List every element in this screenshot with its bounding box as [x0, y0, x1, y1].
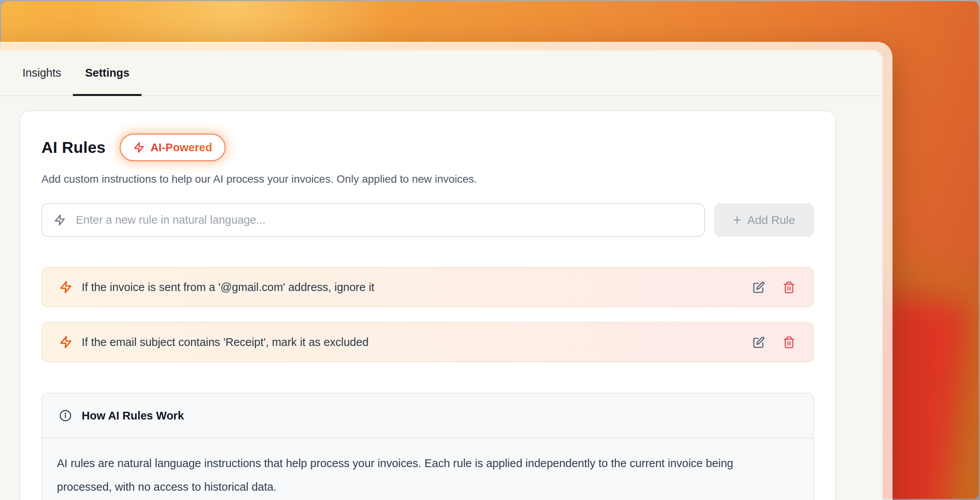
rule-row: If the invoice is sent from a '@gmail.co…	[41, 267, 814, 307]
add-rule-button[interactable]: + Add Rule	[714, 203, 814, 237]
rule-actions	[753, 281, 795, 294]
rule-text: If the invoice is sent from a '@gmail.co…	[82, 281, 744, 294]
ai-rules-card: AI Rules AI-Powered Add custom instructi…	[19, 110, 836, 500]
info-box: How AI Rules Work AI rules are natural l…	[41, 393, 814, 500]
delete-rule-button[interactable]	[783, 336, 795, 349]
info-icon	[59, 409, 72, 422]
settings-page: AI Rules AI-Powered Add custom instructi…	[0, 96, 882, 500]
card-header: AI Rules AI-Powered	[41, 134, 814, 161]
bolt-icon	[133, 142, 145, 153]
info-box-body: AI rules are natural language instructio…	[42, 438, 813, 500]
info-box-text: AI rules are natural language instructio…	[57, 452, 785, 499]
trash-icon	[783, 281, 795, 294]
ai-powered-badge: AI-Powered	[120, 134, 226, 161]
window-content: Insights Settings AI Rules AI-Powe	[0, 50, 882, 500]
edit-rule-button[interactable]	[753, 281, 765, 293]
edit-icon	[753, 281, 765, 293]
app-window: Insights Settings AI Rules AI-Powe	[0, 42, 893, 500]
tab-bar: Insights Settings	[0, 50, 882, 96]
rules-list: If the invoice is sent from a '@gmail.co…	[41, 267, 814, 362]
rule-input-wrapper	[41, 203, 705, 237]
edit-icon	[753, 336, 765, 348]
rule-text: If the email subject contains 'Receipt',…	[82, 336, 744, 349]
rule-row: If the email subject contains 'Receipt',…	[41, 322, 814, 362]
rule-actions	[753, 336, 795, 349]
rule-input-row: + Add Rule	[41, 203, 814, 237]
badge-label: AI-Powered	[151, 141, 212, 154]
page-title: AI Rules	[41, 139, 106, 157]
card-description: Add custom instructions to help our AI p…	[41, 173, 814, 185]
screen: Insights Settings AI Rules AI-Powe	[0, 0, 980, 500]
tab-settings[interactable]: Settings	[73, 50, 142, 95]
trash-icon	[783, 336, 795, 349]
info-box-header: How AI Rules Work	[42, 394, 813, 438]
delete-rule-button[interactable]	[783, 281, 795, 294]
rule-input[interactable]	[75, 213, 692, 227]
edit-rule-button[interactable]	[753, 336, 765, 348]
bolt-icon	[54, 214, 66, 226]
bolt-icon	[59, 336, 72, 349]
add-rule-label: Add Rule	[747, 214, 795, 227]
plus-icon: +	[733, 213, 741, 227]
bolt-icon	[59, 281, 72, 294]
tab-insights[interactable]: Insights	[22, 50, 61, 95]
info-box-title: How AI Rules Work	[82, 409, 184, 422]
